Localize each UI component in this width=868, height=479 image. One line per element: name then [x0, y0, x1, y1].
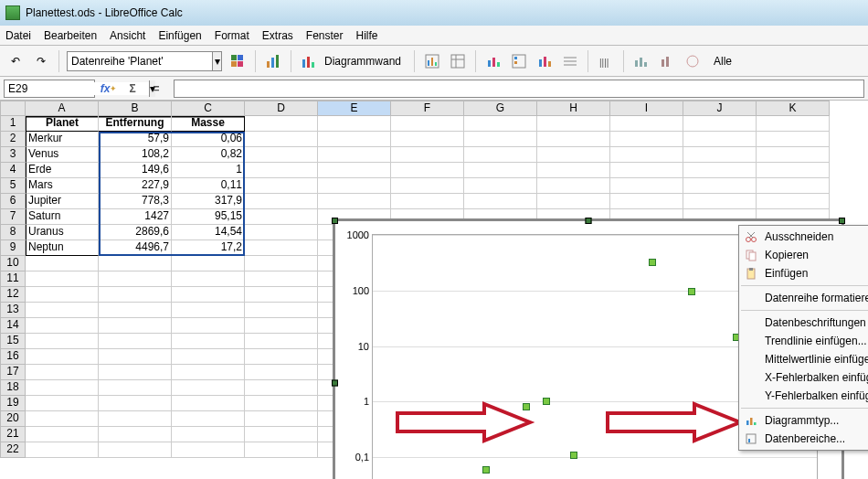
context-menu-item[interactable]: Datenbereiche...	[739, 430, 868, 448]
context-menu-item[interactable]: Trendlinie einfügen...	[739, 332, 868, 350]
select-all-corner[interactable]	[0, 101, 26, 116]
data-point[interactable]	[543, 398, 550, 405]
cell[interactable]	[245, 442, 318, 458]
redo-button[interactable]: ↷	[31, 51, 51, 71]
cell[interactable]	[26, 365, 99, 380]
context-menu-item[interactable]: Einfügen	[739, 264, 868, 282]
cell[interactable]: 14,54	[172, 225, 245, 240]
cell[interactable]	[172, 442, 245, 458]
cell[interactable]: 0,11	[172, 178, 245, 194]
data-point[interactable]	[570, 452, 577, 459]
cell[interactable]	[26, 380, 99, 396]
cell[interactable]: Erde	[26, 163, 99, 178]
context-menu-item[interactable]: Diagrammtyp...	[739, 411, 868, 430]
cell[interactable]	[245, 427, 318, 442]
row-header[interactable]: 6	[0, 194, 26, 209]
row-header[interactable]: 2	[0, 132, 26, 147]
cell[interactable]: 317,9	[172, 194, 245, 209]
cell[interactable]	[245, 349, 318, 365]
context-menu-item[interactable]: Datenbeschriftungen einfügen	[739, 314, 868, 332]
cell[interactable]	[99, 365, 172, 380]
cell[interactable]: 0,06	[172, 132, 245, 147]
sum-button[interactable]: Σ	[122, 79, 143, 99]
cell[interactable]	[99, 334, 172, 349]
resize-handle[interactable]	[332, 218, 338, 224]
cell[interactable]	[99, 442, 172, 458]
cell[interactable]	[172, 365, 245, 380]
cell[interactable]	[245, 365, 318, 380]
cell[interactable]	[99, 427, 172, 442]
cell[interactable]	[757, 132, 830, 147]
cell[interactable]: 1	[172, 163, 245, 178]
cell[interactable]	[172, 318, 245, 334]
undo-button[interactable]: ↶	[5, 51, 26, 71]
col-header[interactable]: A	[26, 101, 99, 116]
cell[interactable]	[464, 194, 537, 209]
cell[interactable]: Planet	[26, 116, 99, 132]
cell[interactable]	[26, 256, 99, 271]
cell[interactable]	[245, 318, 318, 334]
col-header[interactable]: J	[683, 101, 757, 116]
row-header[interactable]: 1	[0, 116, 26, 132]
cell[interactable]: Masse	[172, 116, 245, 132]
cell[interactable]	[245, 303, 318, 318]
col-header[interactable]: D	[245, 101, 318, 116]
cell[interactable]	[757, 178, 830, 194]
cell[interactable]	[610, 163, 683, 178]
chart-wall-button[interactable]	[299, 51, 319, 71]
cell[interactable]	[391, 178, 464, 194]
titles-button[interactable]	[483, 51, 503, 71]
cell[interactable]: 778,3	[99, 194, 172, 209]
cell[interactable]	[26, 303, 99, 318]
col-header[interactable]: G	[464, 101, 537, 116]
cell[interactable]	[26, 427, 99, 442]
3d-effects-button[interactable]	[657, 51, 677, 71]
row-header[interactable]: 18	[0, 380, 26, 396]
cell[interactable]	[99, 256, 172, 271]
cell[interactable]	[172, 287, 245, 303]
cell[interactable]	[537, 116, 610, 132]
gridlines-button[interactable]	[560, 51, 580, 71]
cell[interactable]	[26, 349, 99, 365]
resize-handle[interactable]	[839, 218, 845, 224]
menu-help[interactable]: Hilfe	[356, 29, 378, 42]
name-box[interactable]: ▾	[4, 80, 95, 98]
row-header[interactable]: 21	[0, 427, 26, 442]
cell[interactable]	[172, 427, 245, 442]
cell[interactable]	[537, 163, 610, 178]
cell[interactable]	[99, 380, 172, 396]
cell[interactable]	[99, 318, 172, 334]
cell[interactable]	[172, 349, 245, 365]
cell[interactable]	[245, 225, 318, 240]
menu-file[interactable]: Datei	[5, 29, 31, 42]
cell[interactable]	[391, 116, 464, 132]
data-point[interactable]	[688, 288, 695, 295]
cell[interactable]	[245, 396, 318, 411]
row-header[interactable]: 13	[0, 303, 26, 318]
cell[interactable]	[683, 194, 757, 209]
cell[interactable]	[245, 271, 318, 287]
legend-button[interactable]	[509, 51, 529, 71]
cell[interactable]	[610, 116, 683, 132]
cell[interactable]: Neptun	[26, 240, 99, 256]
cell[interactable]	[464, 178, 537, 194]
context-menu-item[interactable]: Kopieren	[739, 246, 868, 264]
cell[interactable]	[99, 349, 172, 365]
cell[interactable]	[391, 132, 464, 147]
cell[interactable]	[245, 209, 318, 225]
cell[interactable]	[245, 380, 318, 396]
row-header[interactable]: 17	[0, 365, 26, 380]
cell[interactable]	[683, 147, 757, 163]
cell[interactable]	[245, 411, 318, 427]
resize-handle[interactable]	[586, 218, 592, 224]
cell[interactable]	[245, 163, 318, 178]
cell[interactable]	[537, 147, 610, 163]
menu-insert[interactable]: Einfügen	[158, 29, 201, 42]
cell[interactable]	[610, 194, 683, 209]
row-header[interactable]: 10	[0, 256, 26, 271]
cell[interactable]: 149,6	[99, 163, 172, 178]
cell[interactable]: Jupiter	[26, 194, 99, 209]
row-header[interactable]: 4	[0, 163, 26, 178]
cell[interactable]	[610, 178, 683, 194]
axes-button[interactable]	[535, 51, 555, 71]
